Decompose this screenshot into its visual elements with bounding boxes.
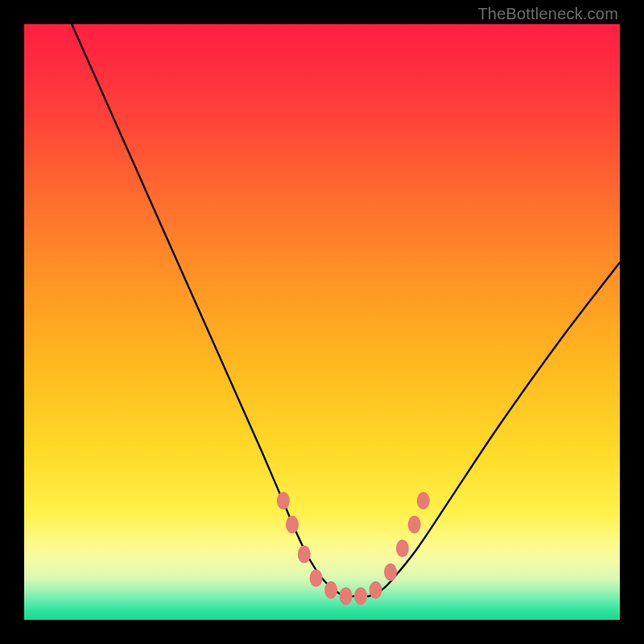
curve-marker: [286, 516, 299, 534]
curve-marker: [417, 492, 430, 510]
curve-marker: [277, 492, 290, 510]
curve-marker: [396, 539, 409, 557]
curve-marker: [310, 569, 323, 587]
curve-marker: [408, 516, 421, 534]
curve-marker: [340, 587, 353, 605]
chart-svg: [24, 24, 620, 620]
watermark-text: TheBottleneck.com: [477, 5, 618, 23]
bottleneck-curve: [72, 24, 620, 597]
chart-plot-area: [24, 24, 620, 620]
curve-marker: [369, 581, 382, 599]
curve-marker: [354, 587, 367, 605]
curve-marker: [384, 564, 397, 581]
chart-frame: TheBottleneck.com: [0, 0, 644, 644]
curve-marker: [324, 581, 337, 599]
curve-markers: [277, 492, 430, 605]
curve-marker: [298, 546, 311, 564]
